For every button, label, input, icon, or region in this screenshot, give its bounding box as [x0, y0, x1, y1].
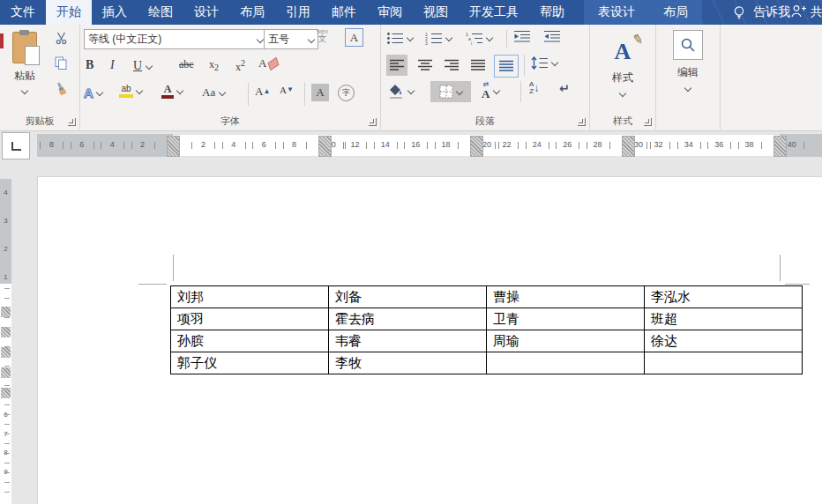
- character-border-button[interactable]: A: [345, 28, 363, 47]
- font-name-combo[interactable]: 等线 (中文正文): [84, 29, 267, 49]
- table-row-marker[interactable]: [1, 327, 11, 337]
- ruler-number: 3: [0, 217, 11, 225]
- decrease-indent-button[interactable]: [513, 30, 531, 43]
- clipboard-dialog-launcher[interactable]: [68, 118, 76, 126]
- distribute-button[interactable]: [494, 55, 519, 78]
- vertical-ruler[interactable]: 432156789: [0, 179, 11, 504]
- table-cell[interactable]: 郭子仪: [171, 352, 329, 374]
- justify-button[interactable]: [467, 55, 489, 76]
- cut-button[interactable]: [55, 32, 68, 48]
- table-cell[interactable]: 李泓水: [645, 286, 803, 308]
- shrink-font-button[interactable]: A▼: [280, 85, 294, 95]
- paragraph-dialog-launcher[interactable]: [578, 118, 586, 126]
- multilevel-list-button[interactable]: 1ai: [466, 30, 492, 46]
- line-spacing-button[interactable]: [531, 55, 557, 70]
- table-column-marker[interactable]: [622, 136, 635, 157]
- chevron-down-icon: [21, 87, 28, 94]
- table-cell[interactable]: 孙膑: [171, 330, 329, 352]
- tab-table-design[interactable]: 表设计: [584, 0, 649, 25]
- table-cell[interactable]: 徐达: [645, 330, 803, 352]
- bullets-button[interactable]: [386, 30, 413, 46]
- strikethrough-button[interactable]: abc: [179, 58, 194, 71]
- tab-mailings[interactable]: 邮件: [321, 0, 367, 25]
- tab-review[interactable]: 审阅: [367, 0, 413, 25]
- bold-button[interactable]: B: [86, 58, 93, 72]
- table-cell[interactable]: 卫青: [487, 308, 645, 330]
- table-cell[interactable]: 李牧: [329, 352, 487, 374]
- align-center-button[interactable]: [415, 55, 436, 76]
- tab-table-layout[interactable]: 布局: [649, 0, 702, 25]
- tell-me-button[interactable]: 告诉我: [753, 4, 790, 20]
- increase-indent-button[interactable]: [543, 30, 561, 43]
- phonetic-guide-button[interactable]: wén文: [317, 28, 328, 43]
- character-shading-button[interactable]: A: [311, 84, 329, 101]
- table-column-marker[interactable]: [773, 136, 787, 157]
- font-size-combo[interactable]: 五号: [264, 29, 318, 49]
- chevron-down-icon: [407, 87, 415, 94]
- table-row-marker[interactable]: [1, 388, 11, 398]
- table-cell[interactable]: [645, 352, 803, 374]
- grow-font-button[interactable]: A▲: [255, 85, 270, 99]
- subscript-button[interactable]: x2: [209, 58, 219, 72]
- table-cell[interactable]: 韦睿: [329, 330, 487, 352]
- page[interactable]: 刘邦 刘备 曹操 李泓水 项羽 霍去病 卫青 班超 孙膑 韦睿 周瑜 徐达: [37, 176, 822, 504]
- table-cell[interactable]: 刘备: [329, 286, 487, 308]
- enclose-characters-button[interactable]: 字: [338, 85, 355, 101]
- tab-insert[interactable]: 插入: [92, 0, 138, 25]
- table-cell[interactable]: [487, 352, 645, 374]
- tab-draw[interactable]: 绘图: [138, 0, 183, 25]
- font-dialog-launcher[interactable]: [369, 118, 377, 126]
- change-case-button[interactable]: Aa: [202, 85, 225, 100]
- align-left-button[interactable]: [386, 55, 407, 76]
- clear-formatting-button[interactable]: A: [258, 56, 279, 70]
- horizontal-ruler[interactable]: 864224680121416182022242628303234363840: [37, 134, 822, 157]
- text-effects-button[interactable]: A: [84, 85, 102, 100]
- table-cell[interactable]: 周瑜: [487, 330, 645, 352]
- menubar-right: 告诉我 共享: [702, 0, 822, 25]
- table-column-marker[interactable]: [167, 136, 180, 157]
- show-marks-button[interactable]: ↵: [559, 81, 570, 95]
- highlight-color-button[interactable]: ab: [119, 83, 142, 99]
- chevron-down-icon: [486, 34, 493, 41]
- table-cell[interactable]: 霍去病: [329, 308, 487, 330]
- borders-button[interactable]: [430, 81, 471, 102]
- share-button[interactable]: 共享: [811, 4, 822, 20]
- shading-button[interactable]: [388, 83, 414, 99]
- table-column-marker[interactable]: [318, 136, 332, 157]
- tab-developer[interactable]: 开发工具: [459, 0, 529, 25]
- table-column-marker[interactable]: [470, 136, 483, 157]
- editing-button[interactable]: 编辑: [656, 30, 720, 91]
- tab-layout[interactable]: 布局: [229, 0, 275, 25]
- tab-file[interactable]: 文件: [0, 0, 46, 25]
- tab-selector[interactable]: [2, 132, 30, 159]
- ruler-tick: [4, 434, 10, 434]
- table-cell[interactable]: 刘邦: [171, 286, 329, 308]
- tab-help[interactable]: 帮助: [529, 0, 575, 25]
- styles-button[interactable]: A✎ 样式: [590, 30, 655, 96]
- chevron-down-icon: [96, 89, 103, 96]
- paste-button[interactable]: 粘贴: [5, 29, 44, 115]
- superscript-button[interactable]: x2: [235, 58, 245, 74]
- align-right-button[interactable]: [441, 55, 462, 76]
- table-cell[interactable]: 班超: [645, 308, 803, 330]
- tab-references[interactable]: 引用: [275, 0, 321, 25]
- font-color-button[interactable]: A: [161, 83, 183, 99]
- copy-button[interactable]: [55, 56, 68, 74]
- styles-dialog-launcher[interactable]: [644, 118, 652, 126]
- tab-home[interactable]: 开始: [46, 0, 92, 25]
- numbering-button[interactable]: 123: [425, 30, 452, 46]
- document-table[interactable]: 刘邦 刘备 曹操 李泓水 项羽 霍去病 卫青 班超 孙膑 韦睿 周瑜 徐达: [170, 285, 803, 374]
- sort-button[interactable]: AZ↓: [529, 81, 539, 95]
- table-cell[interactable]: 曹操: [487, 286, 645, 308]
- table-row-marker[interactable]: [1, 367, 11, 378]
- table-row-marker[interactable]: [1, 307, 11, 317]
- character-scaling-button[interactable]: ⇄A: [482, 81, 499, 100]
- underline-button[interactable]: U: [133, 58, 152, 74]
- tab-view[interactable]: 视图: [413, 0, 459, 25]
- italic-button[interactable]: I: [110, 58, 115, 72]
- tab-design[interactable]: 设计: [183, 0, 229, 25]
- table-row-marker[interactable]: [1, 347, 11, 358]
- table-cell[interactable]: 项羽: [171, 308, 329, 330]
- format-painter-button[interactable]: [55, 82, 68, 100]
- paragraph-group-label: 段落: [381, 115, 589, 128]
